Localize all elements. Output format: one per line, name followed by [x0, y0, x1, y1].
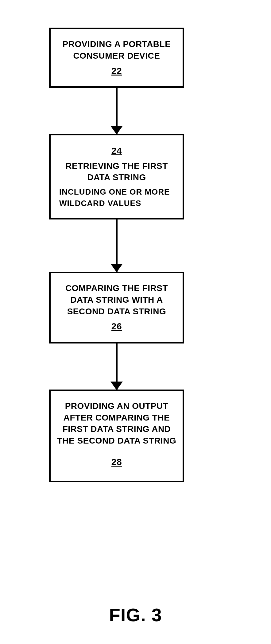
step-box-22: PROVIDING A PORTABLE CONSUMER DEVICE 22 [49, 28, 184, 88]
step-box-24: 24 RETRIEVING THE FIRST DATA STRING INCL… [49, 134, 184, 219]
step-text: PROVIDING A PORTABLE CONSUMER DEVICE [63, 39, 171, 60]
arrow-1 [116, 88, 118, 134]
step-text: PROVIDING AN OUTPUT AFTER COMPARING THE … [57, 401, 176, 445]
step-ref: 26 [56, 320, 177, 333]
step-ref: 28 [56, 456, 177, 468]
step-ref: 24 [56, 145, 177, 157]
step-ref: 22 [56, 65, 177, 77]
arrow-2 [116, 219, 118, 272]
flowchart: PROVIDING A PORTABLE CONSUMER DEVICE 22 … [49, 28, 184, 482]
step-box-28: PROVIDING AN OUTPUT AFTER COMPARING THE … [49, 390, 184, 482]
step-text: COMPARING THE FIRST DATA STRING WITH A S… [65, 283, 168, 316]
figure-label: FIG. 3 [0, 604, 271, 626]
arrow-3 [116, 343, 118, 390]
step-box-26: COMPARING THE FIRST DATA STRING WITH A S… [49, 272, 184, 343]
step-text: RETRIEVING THE FIRST DATA STRING [65, 161, 168, 182]
handwritten-annotation: INCLUDING ONE OR MORE WILDCARD VALUES [56, 186, 177, 209]
